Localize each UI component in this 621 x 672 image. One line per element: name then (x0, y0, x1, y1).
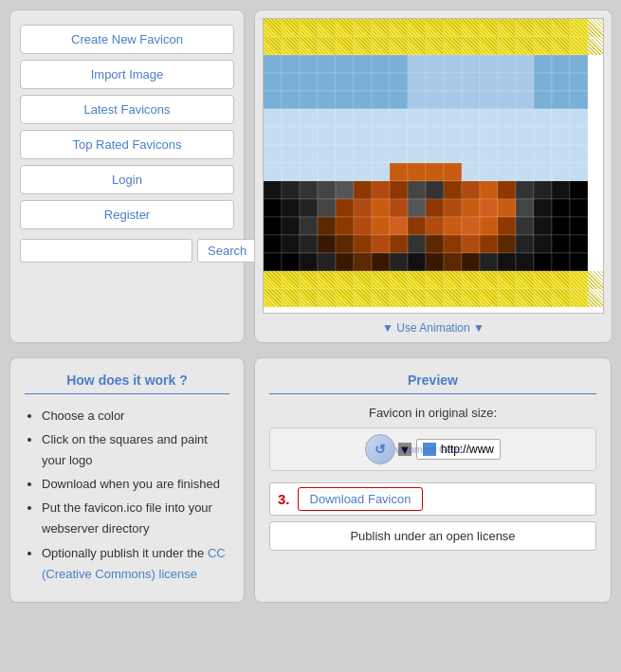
how-step-5-text: Optionally publish it under the (42, 546, 208, 560)
search-row: Search (20, 239, 234, 263)
browser-preview: ↺ ▼ http://www vicomico Gene... (269, 427, 596, 471)
browser-controls: ↺ ▼ (365, 434, 411, 464)
dropdown-arrow: ▼ (398, 443, 411, 456)
login-button[interactable]: Login (20, 165, 234, 194)
how-panel-title: How does it work ? (25, 372, 229, 394)
url-bar[interactable]: http://www (416, 439, 501, 460)
preview-panel: Preview Favicon in original size: ↺ ▼ ht… (254, 357, 612, 603)
canvas-panel: ▼ Use Animation ▼ (254, 9, 612, 343)
favicon-size-label: Favicon in original size: (269, 406, 596, 420)
left-navigation-panel: Create New Favicon Import Image Latest F… (9, 9, 245, 343)
back-button-icon: ↺ (365, 434, 395, 464)
search-button[interactable]: Search (197, 239, 257, 263)
register-button[interactable]: Register (20, 200, 234, 229)
how-step-3: Download when you are finished (42, 474, 229, 495)
how-step-2: Click on the squares and paint your logo (42, 429, 229, 471)
how-step-4: Put the favicon.ico file into your webse… (42, 498, 229, 539)
favicon-icon (423, 443, 436, 456)
download-action-row: 3. Download Favicon (269, 482, 596, 516)
how-step-5: Optionally publish it under the CC (Crea… (42, 543, 229, 585)
search-input[interactable] (20, 239, 192, 263)
latest-favicons-button[interactable]: Latest Favicons (20, 95, 234, 124)
top-rated-favicons-button[interactable]: Top Rated Favicons (20, 130, 234, 159)
import-image-button[interactable]: Import Image (20, 60, 234, 89)
publish-button[interactable]: Publish under an open license (269, 521, 596, 551)
url-text: http://www (441, 443, 494, 456)
step-number: 3. (278, 491, 290, 507)
how-panel: How does it work ? Choose a color Click … (9, 357, 245, 603)
preview-title: Preview (269, 372, 596, 394)
download-favicon-button[interactable]: Download Favicon (298, 487, 424, 511)
how-step-1: Choose a color (42, 406, 229, 427)
create-new-favicon-button[interactable]: Create New Favicon (20, 25, 234, 54)
animation-link[interactable]: ▼ Use Animation ▼ (382, 321, 484, 335)
pixel-grid-container (263, 18, 604, 317)
how-steps-list: Choose a color Click on the squares and … (25, 406, 229, 585)
pixel-canvas[interactable] (263, 18, 604, 314)
